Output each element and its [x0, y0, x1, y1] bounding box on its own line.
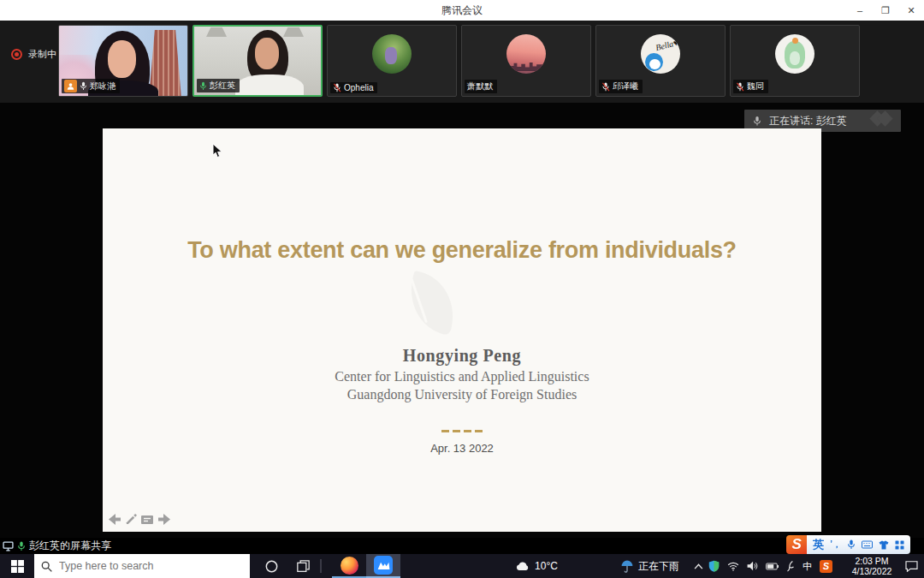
tencent-meeting-window: 腾讯会议 – ❐ ✕ 录制中: [0, 0, 924, 578]
system-tray: 中 S: [708, 554, 832, 578]
ime-punctuation-toggle[interactable]: ’，: [830, 539, 841, 551]
slide-affiliation-2: Guangdong University of Foreign Studies: [103, 387, 821, 402]
wifi-icon[interactable]: [727, 562, 739, 571]
speaking-label: 正在讲话: 彭红英: [769, 114, 847, 128]
minimize-button[interactable]: –: [847, 0, 873, 21]
windows-taskbar: 10°C 正在下雨 中 S 2:03 PM 4/13/2022: [0, 554, 924, 578]
firefox-icon: [341, 557, 358, 575]
security-shield-icon[interactable]: [708, 560, 720, 572]
share-status-label: 彭红英的屏幕共享: [29, 539, 111, 553]
sogou-logo[interactable]: S: [786, 535, 807, 554]
slide-date: Apr. 13 2022: [103, 442, 821, 455]
weather-status-label: 正在下雨: [638, 559, 679, 574]
taskbar-weather[interactable]: 10°C: [506, 554, 566, 578]
mic-on-icon: [80, 81, 87, 91]
participant-name: 郑咏滟: [90, 80, 116, 92]
slide-divider-dashes: [103, 430, 821, 432]
participant-tile[interactable]: 彭红英: [192, 25, 323, 97]
volume-icon[interactable]: [747, 561, 758, 571]
recording-indicator: 录制中: [11, 48, 56, 61]
participant-tile[interactable]: 郑咏滟: [58, 25, 188, 97]
participant-name: 彭红英: [210, 80, 235, 92]
shared-screen-stage: 正在讲话: 彭红英 To what extent can we generali…: [0, 103, 924, 538]
participant-name-badge: 郑咏滟: [62, 79, 120, 93]
participant-name-badge: 彭红英: [197, 79, 240, 92]
mouse-cursor: [212, 144, 222, 158]
ime-language-toggle[interactable]: 英: [813, 537, 824, 552]
clock-time: 2:03 PM: [855, 556, 888, 566]
task-view-button[interactable]: [287, 554, 318, 578]
slide-title: To what extent can we generalize from in…: [103, 237, 821, 264]
taskbar-search-box[interactable]: [34, 554, 250, 578]
cloud-icon: [515, 561, 530, 571]
tencent-meeting-icon: [374, 556, 393, 575]
presentation-slide: To what extent can we generalize from in…: [103, 128, 821, 532]
pen-tool-button[interactable]: [126, 514, 137, 525]
slide-affiliation-1: Center for Linguistics and Applied Lingu…: [103, 369, 821, 384]
search-input[interactable]: [59, 560, 222, 572]
window-controls: – ❐ ✕: [847, 0, 924, 21]
mic-active-icon: [17, 541, 26, 551]
window-titlebar: 腾讯会议 – ❐ ✕: [0, 0, 924, 21]
taskbar-weather-status[interactable]: 正在下雨: [609, 554, 691, 578]
ime-toolbox-button[interactable]: [895, 540, 904, 550]
close-button[interactable]: ✕: [898, 0, 924, 21]
participant-tiles: 郑咏滟 彭红英: [58, 25, 860, 97]
participant-tile[interactable]: 魏同: [730, 25, 860, 97]
participant-tile[interactable]: Bella♥ 邱译曦: [595, 25, 726, 97]
battery-icon[interactable]: [766, 563, 779, 570]
slide-author: Hongying Peng: [103, 346, 821, 366]
screen-share-icon: [3, 541, 14, 551]
mic-muted-icon: [736, 82, 744, 92]
mic-muted-icon: [333, 83, 341, 92]
mic-icon: [753, 116, 761, 127]
sogou-ime-toolbar: S 英 ’，: [786, 535, 910, 554]
firefox-taskbar-button[interactable]: [332, 554, 366, 578]
ime-skin-button[interactable]: [879, 540, 889, 550]
sogou-tray-icon[interactable]: S: [820, 560, 832, 573]
participant-name-badge: 邱译曦: [599, 80, 643, 93]
mic-muted-icon: [601, 82, 610, 92]
cortana-button[interactable]: [255, 554, 287, 578]
participant-name: 魏同: [747, 80, 764, 92]
weather-temp-label: 10°C: [535, 560, 558, 572]
participant-name: 萧默默: [467, 80, 493, 92]
start-button[interactable]: [0, 554, 34, 578]
participant-name: Ophelia: [344, 83, 373, 92]
ime-voice-button[interactable]: [847, 539, 856, 550]
taskbar-clock[interactable]: 2:03 PM 4/13/2022: [849, 554, 895, 578]
taskbar-separator: [320, 559, 322, 573]
recording-label: 录制中: [28, 48, 56, 61]
action-center-button[interactable]: [898, 554, 924, 578]
clock-date: 4/13/2022: [852, 566, 892, 576]
participant-name: 邱译曦: [613, 80, 638, 92]
leaf-watermark-icon: [401, 271, 463, 336]
next-slide-button[interactable]: [157, 514, 170, 525]
maximize-button[interactable]: ❐: [873, 0, 898, 21]
participant-name-badge: Ophelia: [330, 82, 377, 93]
video-strip: 录制中 郑咏滟: [0, 21, 924, 103]
umbrella-icon: [621, 560, 633, 573]
mic-active-icon: [199, 81, 207, 91]
participant-tile[interactable]: 萧默默: [461, 25, 591, 97]
tencent-meeting-taskbar-button[interactable]: [366, 554, 400, 578]
slideshow-nav-controls: [109, 514, 170, 525]
search-icon: [41, 561, 52, 572]
windows-ink-pen-icon[interactable]: [786, 561, 795, 572]
avatar-handwriting: Bella♥: [654, 38, 679, 52]
window-title: 腾讯会议: [441, 3, 483, 18]
host-badge-icon: [64, 80, 77, 92]
ime-mode-tray-indicator[interactable]: 中: [803, 560, 812, 573]
meeting-logo-watermark: [875, 113, 891, 124]
slide-panel-button[interactable]: [141, 515, 153, 525]
ime-keyboard-button[interactable]: [862, 540, 873, 549]
participant-tile[interactable]: Ophelia: [327, 25, 457, 97]
participant-name-badge: 魏同: [733, 80, 768, 93]
previous-slide-button[interactable]: [109, 514, 121, 525]
participant-name-badge: 萧默默: [465, 80, 497, 93]
show-hidden-icons-button[interactable]: [690, 554, 707, 578]
share-status-bar: 彭红英的屏幕共享 S 英 ’，: [0, 538, 924, 554]
record-dot-icon: [11, 49, 22, 60]
